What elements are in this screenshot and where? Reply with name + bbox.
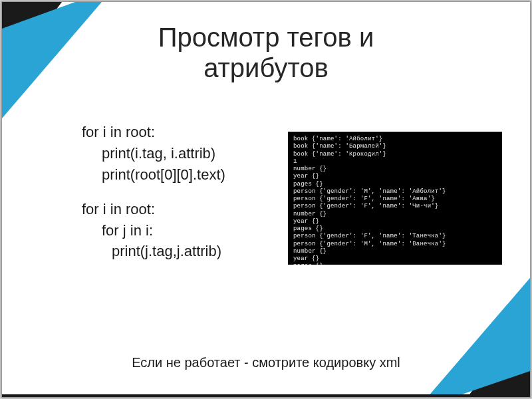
code-line: for j in i: [82, 220, 281, 241]
title-line-1: Просмотр тегов и [158, 23, 374, 52]
title-line-2: атрибутов [203, 53, 329, 82]
code-line: print(j.tag,j.attrib) [82, 241, 281, 262]
code-snippet: for i in root: print(i.tag, i.attrib) pr… [82, 122, 281, 262]
terminal-output: book {'name': 'Айболит'} book {'name': '… [288, 132, 502, 265]
svg-marker-3 [428, 278, 530, 397]
code-line: for i in root: [82, 122, 281, 143]
slide: Просмотр тегов и атрибутов for i in root… [1, 1, 531, 398]
slide-title: Просмотр тегов и атрибутов [2, 22, 530, 83]
blank-line [82, 186, 281, 199]
svg-rect-4 [2, 394, 530, 397]
code-line: print(i.tag, i.attrib) [82, 143, 281, 164]
code-line: print(root[0][0].text) [82, 164, 281, 186]
footer-note: Если не работает - смотрите кодировку xm… [2, 355, 530, 370]
code-line: for i in root: [82, 199, 281, 220]
